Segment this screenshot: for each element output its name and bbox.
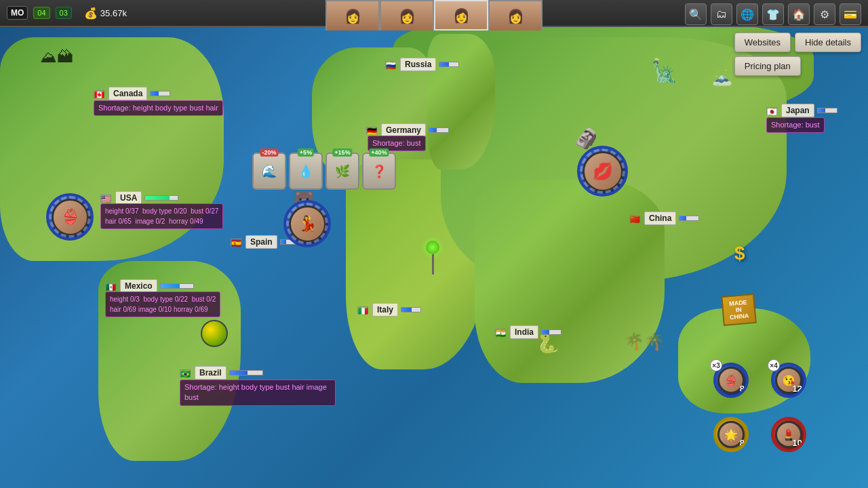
- counter2: 03: [56, 7, 72, 19]
- topbar-icons: 🔍 🗂 🌐 👕 🏠 ⚙ 💳: [685, 3, 861, 25]
- soccer-ball: [201, 320, 228, 347]
- char-1[interactable]: 👩: [326, 0, 380, 30]
- search-icon-btn[interactable]: 🔍: [685, 3, 707, 25]
- statue-deco: 🗽: [651, 58, 678, 83]
- label-brazil: 🇧🇷 Brazil: [180, 366, 263, 380]
- label-russia: 🇷🇺 Russia: [385, 58, 459, 71]
- token-europe[interactable]: 💋: [577, 146, 628, 197]
- label-italy: 🇮🇹 Italy: [357, 303, 421, 317]
- made-in-china: MADEINCHINA: [721, 293, 756, 326]
- char-3[interactable]: 👩: [434, 0, 488, 30]
- shortage-canada: Shortage: height body type bust hair: [94, 100, 223, 116]
- palm-deco: 🌴🌴: [624, 332, 665, 351]
- token-group-br4: 💄 10: [771, 417, 806, 452]
- counter1: 04: [33, 7, 50, 19]
- token-group-br: 👙 8 ×3: [713, 363, 749, 398]
- label-india: 🇮🇳 India: [495, 325, 561, 339]
- bonus-item-0[interactable]: -20% 🌊: [252, 152, 286, 190]
- token-group-br2: 😘 12 ×4: [771, 363, 806, 398]
- folder-icon-btn[interactable]: 🗂: [711, 3, 732, 25]
- token-usa[interactable]: 👙: [46, 193, 94, 241]
- label-germany: 🇩🇪 Germany: [366, 123, 449, 137]
- card-icon-btn[interactable]: 💳: [840, 3, 861, 25]
- pricing-plan-button[interactable]: Pricing plan: [734, 56, 801, 76]
- bonus-item-1[interactable]: +5% 💧: [289, 152, 323, 190]
- bonus-strip: -20% 🌊 +5% 💧 +15% 🌿 +40% ❓: [252, 152, 396, 190]
- label-mexico: 🇲🇽 Mexico: [105, 279, 194, 293]
- char-4[interactable]: 👩: [488, 0, 542, 30]
- house-icon-btn[interactable]: 🏠: [788, 3, 810, 25]
- topbar: MO 04 03 💰 35.67k 👩 👩 👩 👩 🔍 🗂 🌐 👕 🏠 ⚙ 💳: [0, 0, 868, 27]
- shortage-brazil: Shortage: height body type bust hair ima…: [180, 380, 336, 406]
- characters-strip: 👩 👩 👩 👩: [326, 0, 542, 30]
- mode-badge: MO: [7, 6, 28, 20]
- char-2[interactable]: 👩: [380, 0, 434, 30]
- label-canada: 🇨🇦 Canada: [94, 87, 170, 100]
- action-btn-row-2: Pricing plan: [734, 56, 861, 76]
- token-br-3[interactable]: 🌟 8: [713, 417, 749, 452]
- shortage-japan: Shortage: bust: [766, 117, 825, 133]
- label-japan: 🇯🇵 Japan: [766, 104, 837, 117]
- token-group-br3: 🌟 8: [713, 417, 749, 452]
- stats-mexico: height 0/3 body type 0/22 bust 0/2 hair …: [105, 291, 220, 317]
- beacon: [426, 241, 439, 274]
- money-display: 💰 35.67k: [84, 7, 127, 20]
- action-buttons: Websites Hide details Pricing plan: [734, 33, 861, 76]
- globe-icon-btn[interactable]: 🌐: [736, 3, 758, 25]
- bonus-item-3[interactable]: +40% ❓: [362, 152, 396, 190]
- label-china: 🇨🇳 China: [629, 211, 699, 225]
- stats-usa: height 0/37 body type 0/20 bust 0/27 hai…: [100, 203, 223, 229]
- hide-details-button[interactable]: Hide details: [795, 33, 861, 52]
- dollar-deco: $: [734, 243, 745, 264]
- token-central[interactable]: 💃: [283, 200, 331, 247]
- bonus-item-2[interactable]: +15% 🌿: [326, 152, 359, 190]
- gear-icon-btn[interactable]: ⚙: [814, 3, 835, 25]
- terrain-japan: 🗻: [712, 68, 732, 87]
- money-icon: 💰: [84, 7, 98, 20]
- shirt-icon-btn[interactable]: 👕: [762, 3, 784, 25]
- label-usa: 🇺🇸 USA: [100, 191, 178, 205]
- land-india: [475, 180, 665, 383]
- token-br-4[interactable]: 💄 10: [771, 417, 806, 452]
- action-btn-row-1: Websites Hide details: [734, 33, 861, 52]
- money-amount: 35.67k: [100, 8, 127, 18]
- mountains-deco: ⛰🏔: [41, 47, 73, 66]
- land-middle-east: [427, 34, 495, 169]
- topbar-left: MO 04 03 💰 35.67k: [0, 6, 134, 20]
- websites-button[interactable]: Websites: [734, 33, 791, 52]
